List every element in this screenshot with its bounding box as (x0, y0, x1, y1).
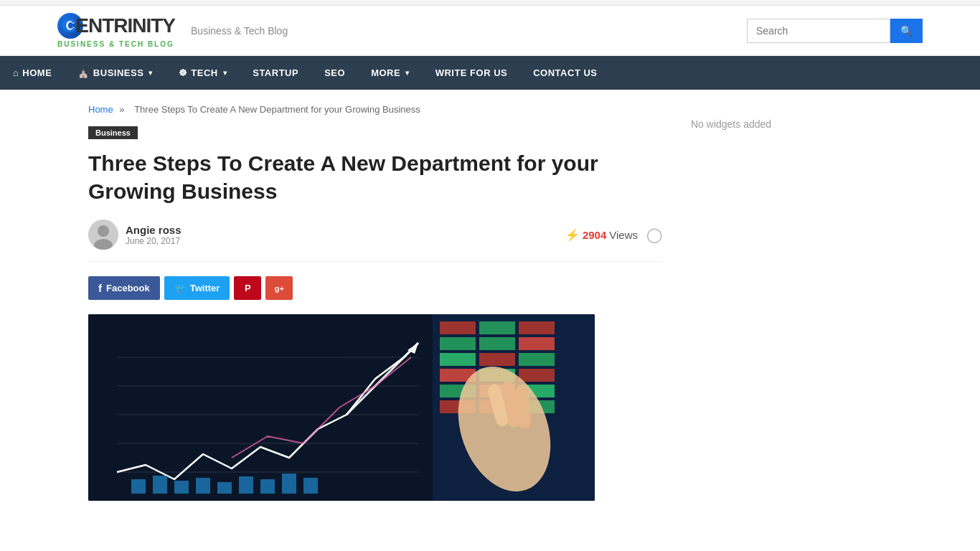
social-buttons: f Facebook 🐦 Twitter P g+ (88, 276, 662, 300)
sidebar: No widgets added (691, 104, 892, 501)
author-info: Angie ross June 20, 2017 (88, 220, 182, 250)
category-badge[interactable]: Business (88, 126, 138, 139)
business-arrow: ▾ (149, 69, 153, 77)
svg-rect-9 (479, 337, 515, 350)
article-title: Three Steps To Create A New Department f… (88, 149, 662, 205)
nav-write[interactable]: WRITE FOR US (423, 56, 521, 90)
svg-rect-33 (239, 476, 253, 494)
search-button[interactable]: 🔍 (890, 19, 923, 43)
logo-area: C CENTRINITY BUSINESS & TECH BLOG Busine… (57, 13, 288, 48)
svg-rect-16 (519, 369, 555, 382)
svg-rect-6 (479, 321, 515, 334)
nav-tech[interactable]: ☸ TECH ▾ (166, 56, 240, 90)
tech-icon: ☸ (179, 67, 188, 78)
svg-rect-5 (440, 321, 476, 334)
views-label: Views (609, 229, 638, 241)
content-wrapper: Home » Three Steps To Create A New Depar… (31, 90, 949, 515)
googleplus-share-button[interactable]: g+ (265, 276, 293, 300)
svg-point-1 (98, 225, 109, 237)
svg-rect-7 (519, 321, 555, 334)
svg-rect-28 (131, 479, 146, 494)
pinterest-icon: P (245, 283, 251, 293)
googleplus-icon: g+ (275, 284, 284, 293)
twitter-share-button[interactable]: 🐦 Twitter (164, 276, 230, 300)
nav-tech-label: TECH (191, 67, 217, 78)
nav-contact[interactable]: CONTACT US (520, 56, 610, 90)
nav-more-label: MORE (371, 67, 400, 78)
avatar (88, 220, 118, 250)
logo-text-main: CENTRINITY (62, 16, 175, 36)
search-input[interactable] (747, 19, 890, 43)
logo-text-sub: BUSINESS & TECH BLOG (57, 40, 174, 48)
article-image (88, 314, 595, 501)
tech-arrow: ▾ (223, 69, 227, 77)
svg-rect-30 (174, 481, 189, 494)
svg-rect-12 (479, 353, 515, 366)
nav-home-label: HOME (22, 67, 52, 78)
nav-seo-label: SEO (324, 67, 345, 78)
pinterest-share-button[interactable]: P (234, 276, 261, 300)
home-icon: ⌂ (13, 67, 19, 78)
views-comments: ⚡ 2904 Views ◯ (565, 226, 662, 243)
author-date: June 20, 2017 (126, 236, 182, 246)
breadcrumb: Home » Three Steps To Create A New Depar… (88, 104, 662, 115)
views-count: ⚡ 2904 Views (565, 228, 638, 242)
views-number: 2904 (583, 229, 606, 241)
nav-write-label: WRITE FOR US (435, 67, 508, 78)
site-header: C CENTRINITY BUSINESS & TECH BLOG Busine… (0, 6, 980, 56)
svg-rect-8 (440, 337, 476, 350)
svg-rect-11 (440, 353, 476, 366)
more-arrow: ▾ (405, 69, 410, 77)
main-nav: ⌂ HOME ⛪ BUSINESS ▾ ☸ TECH ▾ STARTUP SEO… (0, 56, 980, 90)
nav-business-label: BUSINESS (93, 67, 143, 78)
logo[interactable]: C CENTRINITY BUSINESS & TECH BLOG (57, 13, 175, 48)
breadcrumb-current: Three Steps To Create A New Department f… (134, 104, 420, 115)
author-details: Angie ross June 20, 2017 (126, 224, 182, 246)
svg-rect-34 (260, 479, 275, 494)
facebook-label: Facebook (106, 283, 150, 293)
nav-more[interactable]: MORE ▾ (358, 56, 423, 90)
svg-rect-31 (196, 478, 210, 494)
nav-startup[interactable]: STARTUP (240, 56, 311, 90)
author-row: Angie ross June 20, 2017 ⚡ 2904 Views ◯ (88, 220, 662, 262)
nav-contact-label: CONTACT US (533, 67, 597, 78)
nav-business[interactable]: ⛪ BUSINESS ▾ (65, 56, 165, 90)
svg-rect-29 (153, 476, 167, 494)
breadcrumb-separator: » (119, 104, 124, 115)
facebook-share-button[interactable]: f Facebook (88, 276, 160, 300)
site-tagline: Business & Tech Blog (191, 25, 288, 37)
twitter-label: Twitter (190, 283, 220, 293)
sidebar-widgets-text: No widgets added (691, 118, 892, 130)
author-name: Angie ross (126, 224, 182, 236)
twitter-icon: 🐦 (174, 283, 186, 293)
svg-rect-13 (519, 353, 555, 366)
breadcrumb-home[interactable]: Home (88, 104, 113, 115)
comment-icon[interactable]: ◯ (646, 226, 662, 243)
search-area: 🔍 (747, 19, 923, 43)
nav-startup-label: STARTUP (253, 67, 298, 78)
bolt-icon: ⚡ (565, 228, 580, 242)
svg-rect-32 (217, 482, 232, 494)
facebook-icon: f (98, 282, 102, 294)
svg-rect-36 (303, 478, 318, 494)
svg-rect-35 (282, 474, 296, 494)
nav-home[interactable]: ⌂ HOME (0, 56, 65, 90)
top-bar (0, 0, 980, 6)
business-icon: ⛪ (77, 67, 90, 78)
main-content: Home » Three Steps To Create A New Depar… (88, 104, 662, 501)
svg-rect-10 (519, 337, 555, 350)
nav-seo[interactable]: SEO (311, 56, 358, 90)
